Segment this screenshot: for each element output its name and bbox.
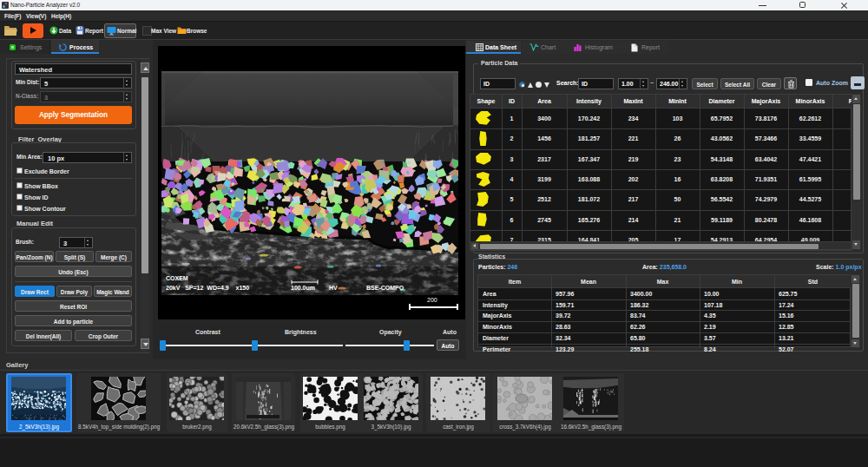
svg-text:20kV SP=12 WD=4.9 x150: 20kV SP=12 WD=4.9 x150 (166, 285, 249, 291)
svg-text:COXEM: COXEM (166, 275, 188, 281)
svg-text:BSE-COMPO: BSE-COMPO (366, 285, 404, 291)
svg-text:HV: HV (329, 285, 338, 291)
svg-text:100.0um: 100.0um (291, 285, 315, 291)
